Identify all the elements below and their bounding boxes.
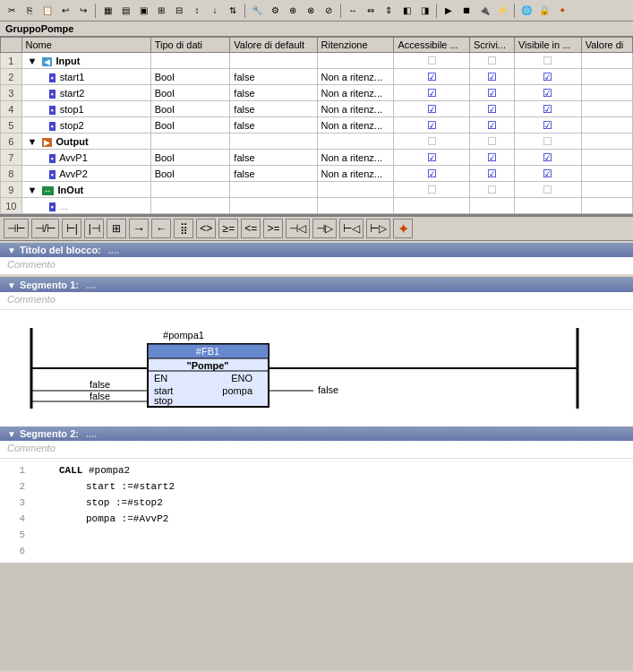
row-visibile[interactable]: ☑ [514,69,581,85]
lad-btn-coil-sl[interactable]: ⊢◁ [339,219,364,238]
toolbar-btn-redo[interactable]: ↪ [75,3,91,19]
lad-btn-contact-nc[interactable]: ⊣/⊢ [31,219,59,238]
row-scrivi[interactable]: ☐ [469,182,514,198]
toolbar-btn-8[interactable]: ⇅ [225,3,241,19]
row-scrivi[interactable]: ☐ [469,53,514,69]
row-visibile[interactable]: ☑ [514,85,581,101]
toolbar-btn-3[interactable]: ▣ [135,3,151,19]
toolbar-btn-17[interactable]: ◧ [398,3,415,19]
toolbar-btn-cut[interactable]: ✂ [4,3,20,19]
type-icon-var: ▪ [49,170,56,179]
row-visibile[interactable]: ☐ [514,53,581,69]
toolbar-btn-12[interactable]: ⊗ [303,3,319,19]
expand-arrow[interactable]: ▼ [28,56,38,66]
toolbar-btn-21[interactable]: 🔌 [476,3,492,19]
row-name[interactable]: ▼ ▶ Output [21,134,150,150]
toolbar-btn-undo[interactable]: ↩ [57,3,73,19]
toolbar-btn-4[interactable]: ⊞ [153,3,169,19]
row-scrivi[interactable]: ☐ [469,134,514,150]
row-accessibile[interactable]: ☑ [394,85,470,101]
col-header-ritenzione: Ritenzione [317,38,394,53]
seg2-comment[interactable]: Commento [0,441,633,459]
row-accessibile[interactable]: ☐ [394,134,470,150]
toolbar-btn-19[interactable]: ▶ [441,3,457,19]
toolbar-btn-paste[interactable]: 📋 [39,3,56,19]
lad-btn-arrow-right[interactable]: → [129,219,149,238]
toolbar-btn-2[interactable]: ▤ [117,3,133,19]
toolbar-btn-18[interactable]: ◨ [416,3,432,19]
lad-btn-compare[interactable]: <> [196,219,216,238]
row-visibile[interactable]: ☐ [514,182,581,198]
row-accessibile[interactable]: ☑ [394,101,470,117]
row-accessibile[interactable]: ☐ [394,182,470,198]
row-visibile[interactable]: ☑ [514,166,581,182]
lad-btn-le[interactable]: <= [241,219,261,238]
checkbox-checked: ☑ [487,168,497,180]
toolbar-btn-11[interactable]: ⊕ [285,3,301,19]
table-row: 5 ▪ stop2 Bool false Non a ritenz... ☑ ☑… [1,117,633,134]
row-visibile[interactable]: ☑ [514,101,581,117]
lad-btn-special[interactable]: ✦ [393,219,413,238]
toolbar-btn-9[interactable]: 🔧 [249,3,265,19]
toolbar-btn-13[interactable]: ⊘ [321,3,337,19]
toolbar-btn-16[interactable]: ⇕ [381,3,397,19]
lad-btn-gte[interactable]: >= [263,219,283,238]
toolbar-btn-23[interactable]: 🌐 [518,3,535,19]
expand-arrow[interactable]: ▼ [28,136,38,147]
row-name[interactable]: ▪ AvvP1 [21,150,150,166]
lad-btn-parallel[interactable]: ⣿ [174,219,193,238]
toolbar-btn-copy[interactable]: ⎘ [21,3,38,19]
row-scrivi[interactable]: ☑ [469,101,514,117]
row-visibile[interactable]: ☑ [514,150,581,166]
row-accessibile[interactable]: ☑ [394,69,470,85]
toolbar-btn-7[interactable]: ↓ [207,3,223,19]
lad-btn-coil-l[interactable]: ⊣◁ [286,219,310,238]
seg2-collapse-arrow[interactable]: ▼ [7,429,16,439]
row-accessibile[interactable]: ☑ [394,150,470,166]
row-scrivi[interactable]: ☑ [469,69,514,85]
toolbar-btn-22[interactable]: ⚡ [494,3,510,19]
toolbar-btn-6[interactable]: ↕ [189,3,205,19]
row-valore [581,85,632,101]
row-accessibile[interactable]: ☑ [394,166,470,182]
row-name[interactable]: ▼ ↔ InOut [21,182,150,198]
toolbar-btn-10[interactable]: ⚙ [267,3,283,19]
seg1-collapse-arrow[interactable]: ▼ [7,280,16,290]
row-name[interactable]: ▪ start2 [21,85,150,101]
toolbar-btn-15[interactable]: ⇔ [363,3,379,19]
row-scrivi[interactable]: ☑ [469,85,514,101]
row-name[interactable]: ▪ ... [21,198,150,214]
toolbar-btn-24[interactable]: 🔒 [536,3,552,19]
toolbar-btn-1[interactable]: ▦ [99,3,115,19]
row-scrivi[interactable]: ☑ [469,117,514,134]
block-title-comment[interactable]: Commento [0,257,633,275]
row-name[interactable]: ▪ stop2 [21,117,150,134]
row-accessibile[interactable]: ☑ [394,117,470,134]
lad-btn-branch-close[interactable]: |⊣ [84,219,104,238]
line-num: 6 [7,543,25,559]
row-visibile[interactable]: ☑ [514,117,581,134]
row-scrivi[interactable]: ☑ [469,166,514,182]
row-scrivi[interactable]: ☑ [469,150,514,166]
lad-btn-branch-open[interactable]: ⊢| [62,219,81,238]
toolbar-btn-14[interactable]: ↔ [345,3,361,19]
row-accessibile[interactable]: ☐ [394,53,470,69]
row-name[interactable]: ▪ start1 [21,69,150,85]
lad-btn-contact-no[interactable]: ⊣⊢ [4,219,29,238]
row-visibile[interactable]: ☐ [514,134,581,150]
table-title: GruppoPompe [0,22,633,37]
lad-btn-arrow-left[interactable]: ← [151,219,171,238]
seg1-comment[interactable]: Commento [0,292,633,310]
lad-btn-network[interactable]: ⊞ [107,219,126,238]
row-name[interactable]: ▪ AvvP2 [21,166,150,182]
expand-arrow[interactable]: ▼ [28,185,38,195]
row-name[interactable]: ▪ stop1 [21,101,150,117]
toolbar-btn-20[interactable]: ⏹ [458,3,475,19]
toolbar-btn-5[interactable]: ⊟ [171,3,187,19]
collapse-arrow[interactable]: ▼ [7,246,16,255]
lad-btn-coil-sr[interactable]: ⊢▷ [366,219,390,238]
toolbar-btn-25[interactable]: ✦ [554,3,570,19]
lad-btn-ge[interactable]: ≥= [218,219,238,238]
row-name[interactable]: ▼ ◀ Input [21,53,150,69]
lad-btn-coil-r[interactable]: ⊣▷ [312,219,337,238]
